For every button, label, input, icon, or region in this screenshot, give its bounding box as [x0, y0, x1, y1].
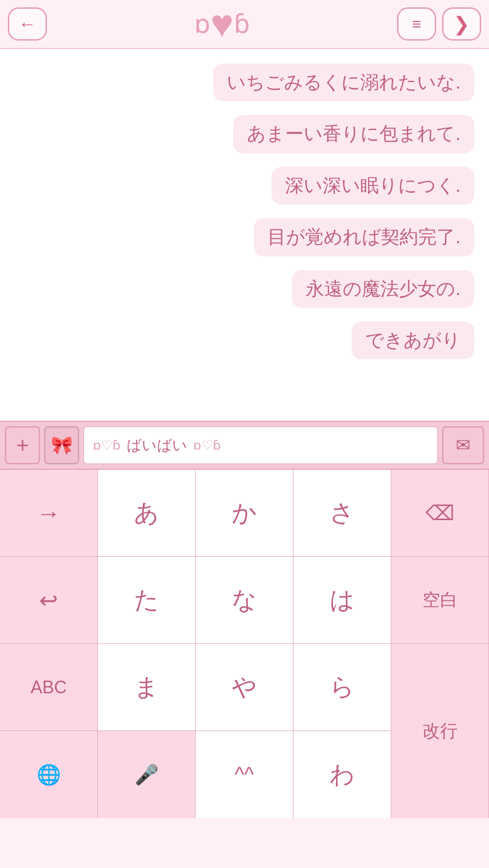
key-return[interactable]: ↩: [0, 557, 98, 644]
key-newline[interactable]: 改行: [391, 644, 489, 818]
list-item: いちごみるくに溺れたいな.: [213, 64, 474, 101]
header-right: ≡ ❯: [397, 7, 481, 41]
send-button[interactable]: ✉: [442, 426, 484, 464]
key-sa[interactable]: さ: [293, 470, 391, 557]
send-icon: ✉: [456, 435, 470, 456]
list-item: 深い深い眠りにつく.: [271, 167, 474, 205]
key-na[interactable]: な: [196, 557, 293, 644]
key-ka[interactable]: か: [196, 470, 293, 557]
key-ma[interactable]: ま: [98, 644, 196, 731]
header-center: ɒ ♥ ɓ: [194, 1, 250, 46]
heart-icon: ♥: [210, 1, 234, 46]
key-caret[interactable]: ^^: [196, 731, 293, 818]
message-text: いちごみるくに溺れたいな.: [227, 72, 461, 92]
chat-area: いちごみるくに溺れたいな. あまーい香りに包まれて. 深い深い眠りにつく. 目が…: [0, 49, 489, 421]
key-ha[interactable]: は: [293, 557, 391, 644]
logo-right-icon: ɓ: [234, 9, 250, 39]
list-item: 永遠の魔法少女の.: [292, 270, 474, 308]
key-backspace[interactable]: ⌫: [391, 470, 489, 557]
input-text-left: ɒ♡ɓ: [93, 438, 121, 453]
input-text-right: ɒ♡ɓ: [193, 438, 221, 453]
input-text-content: ばいばい: [127, 435, 187, 456]
message-text: できあがり: [365, 330, 461, 350]
message-input[interactable]: ɒ♡ɓ ばいばい ɒ♡ɓ: [83, 426, 438, 464]
app-logo: ɒ ♥ ɓ: [194, 1, 250, 46]
key-a[interactable]: あ: [98, 470, 196, 557]
key-ta[interactable]: た: [98, 557, 196, 644]
menu-icon: ≡: [412, 15, 422, 33]
back-arrow-icon: ←: [19, 14, 36, 34]
list-item: できあがり: [352, 321, 474, 359]
list-item: 目が覚めれば契約完了.: [254, 218, 474, 256]
key-abc[interactable]: ABC: [0, 644, 98, 731]
sticker-icon: 🎀: [51, 435, 73, 456]
key-globe[interactable]: 🌐: [0, 731, 98, 818]
dropdown-icon: ❯: [453, 13, 470, 35]
key-arrow-right[interactable]: →: [0, 470, 98, 557]
message-text: 永遠の魔法少女の.: [306, 278, 461, 299]
key-wa[interactable]: わ: [293, 731, 391, 818]
key-mic[interactable]: 🎤: [98, 731, 196, 818]
sticker-button[interactable]: 🎀: [44, 426, 79, 464]
plus-icon: +: [16, 433, 29, 457]
app-header: ← ɒ ♥ ɓ ≡ ❯: [0, 0, 489, 49]
key-space[interactable]: 空白: [391, 557, 489, 644]
message-text: あまーい香りに包まれて.: [247, 123, 461, 144]
back-button[interactable]: ←: [8, 7, 47, 41]
message-text: 深い深い眠りにつく.: [285, 175, 461, 196]
key-ra[interactable]: ら: [293, 644, 391, 731]
dropdown-button[interactable]: ❯: [442, 7, 481, 41]
list-item: あまーい香りに包まれて.: [233, 115, 474, 153]
header-left: ←: [8, 7, 47, 41]
logo-left-icon: ɒ: [194, 9, 210, 39]
input-bar: + 🎀 ɒ♡ɓ ばいばい ɒ♡ɓ ✉: [0, 421, 489, 470]
key-ya[interactable]: や: [196, 644, 293, 731]
keyboard: → あ か さ ⌫ ↩ た な は 空白 ABC ま や ら 改行 🌐: [0, 470, 489, 818]
message-text: 目が覚めれば契約完了.: [267, 227, 461, 247]
add-button[interactable]: +: [5, 426, 40, 464]
menu-button[interactable]: ≡: [397, 7, 436, 41]
